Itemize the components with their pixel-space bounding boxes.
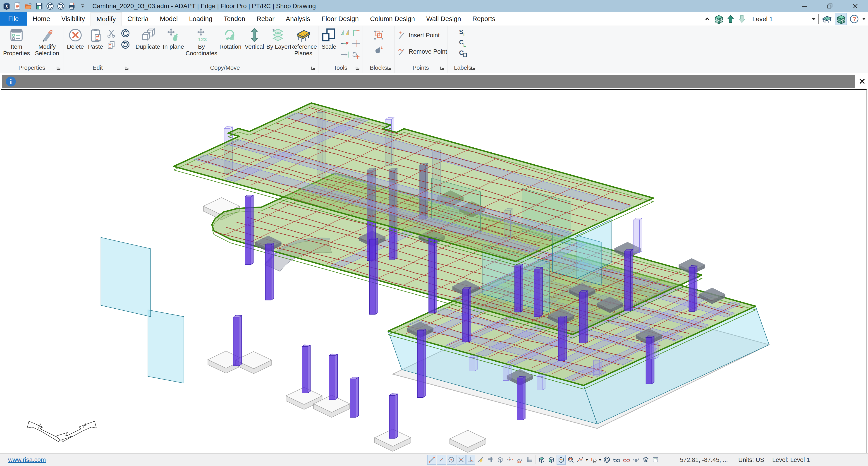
menu-criteria[interactable]: Criteria <box>122 12 154 26</box>
level-up-arrow-icon[interactable] <box>726 15 735 23</box>
cube-axes-view-icon[interactable] <box>557 455 566 465</box>
menu-model[interactable]: Model <box>154 12 183 26</box>
properties-dialog-launcher[interactable] <box>56 65 61 71</box>
copy-button[interactable] <box>106 40 117 50</box>
label-handle-button[interactable]: C <box>458 48 468 58</box>
insert-point-button[interactable]: Insert Point <box>398 31 440 40</box>
cut-button[interactable] <box>106 29 117 39</box>
menu-modify[interactable]: Modify <box>91 12 122 26</box>
box-3d-icon[interactable] <box>495 455 504 465</box>
model-3d-view[interactable] <box>1 90 866 453</box>
whole-building-view-icon[interactable] <box>835 13 847 25</box>
paste-button[interactable]: Paste <box>86 28 105 50</box>
building-levels-icon[interactable] <box>713 14 723 24</box>
tools-dialog-launcher[interactable] <box>355 65 360 71</box>
blocks-dialog-launcher[interactable] <box>386 65 392 71</box>
cube-front-view-icon[interactable] <box>547 455 556 465</box>
redo-button[interactable] <box>56 1 66 11</box>
view-undo-icon[interactable] <box>602 455 611 465</box>
button-label: Scale <box>321 43 336 50</box>
labels-dialog-launcher[interactable] <box>470 65 476 71</box>
minimize-button[interactable] <box>792 0 817 12</box>
modify-selection-button[interactable]: Modify Selection <box>32 28 62 57</box>
spline-view-icon[interactable] <box>515 455 524 465</box>
snap-perpendicular-icon[interactable] <box>466 455 475 465</box>
menu-loading[interactable]: Loading <box>183 12 218 26</box>
move-point-icon[interactable] <box>505 455 514 465</box>
menu-wall-design[interactable]: Wall Design <box>421 12 467 26</box>
collapse-ribbon-chevron-icon[interactable] <box>704 16 710 22</box>
delete-button[interactable]: Delete <box>65 28 85 50</box>
new-file-button[interactable] <box>13 1 22 11</box>
column <box>271 243 274 300</box>
vertical-button[interactable]: Vertical <box>244 28 265 50</box>
menu-file[interactable]: File <box>0 12 27 26</box>
by-layer-button[interactable]: By Layer <box>266 28 290 50</box>
menu-home[interactable]: Home <box>27 12 56 26</box>
risa-website-link[interactable]: www.risa.com <box>8 457 46 464</box>
select-tool-icon[interactable]: T <box>589 455 598 465</box>
zoom-window-icon[interactable] <box>566 455 575 465</box>
rotation-button[interactable]: Rotation <box>218 28 243 50</box>
info-bar-close-button[interactable] <box>857 76 867 87</box>
close-button[interactable] <box>843 0 868 12</box>
restore-button[interactable] <box>817 0 843 12</box>
render-teapot-icon[interactable] <box>631 455 641 465</box>
snap-line-icon[interactable] <box>427 455 436 465</box>
open-file-button[interactable] <box>24 1 33 11</box>
menu-rebar[interactable]: Rebar <box>251 12 280 26</box>
select-caret-icon[interactable]: ▾ <box>599 457 601 462</box>
view-glasses-red-icon[interactable] <box>622 455 631 465</box>
item-properties-button[interactable]: Item Properties <box>2 28 31 57</box>
trim-button[interactable] <box>340 38 350 49</box>
level-selector[interactable]: Level 1 <box>749 14 819 24</box>
block-button[interactable] <box>373 29 385 41</box>
cube-top-view-icon[interactable] <box>537 455 546 465</box>
snap-segment-icon[interactable] <box>437 455 446 465</box>
save-button[interactable] <box>34 1 44 11</box>
single-level-view-icon[interactable] <box>822 13 832 25</box>
remove-point-button[interactable]: Remove Point <box>398 47 447 56</box>
help-caret-icon[interactable] <box>862 17 866 21</box>
undo-small-button[interactable] <box>120 28 131 38</box>
menu-floor-design[interactable]: Floor Design <box>316 12 364 26</box>
scale-button[interactable]: Scale <box>319 28 339 50</box>
polyline-caret-icon[interactable]: ▾ <box>586 457 588 462</box>
snap-center-icon[interactable] <box>447 455 456 465</box>
menu-tendon[interactable]: Tendon <box>218 12 251 26</box>
fine-grid-icon[interactable] <box>525 455 534 465</box>
menu-analysis[interactable]: Analysis <box>280 12 316 26</box>
in-plane-button[interactable]: In-plane <box>162 28 185 50</box>
menu-column-design[interactable]: Column Design <box>364 12 421 26</box>
mirror-button[interactable] <box>340 28 350 38</box>
undo-button[interactable] <box>45 1 55 11</box>
duplicate-button[interactable]: Duplicate <box>134 28 161 50</box>
polyline-tool-icon[interactable] <box>576 455 585 465</box>
extend-cross-button[interactable] <box>351 38 361 49</box>
snap-nearest-icon[interactable] <box>476 455 485 465</box>
menu-reports[interactable]: Reports <box>467 12 501 26</box>
label-slab-button[interactable]: SL <box>458 27 468 37</box>
level-down-arrow-icon[interactable] <box>738 15 746 23</box>
extend-to-line-button[interactable] <box>340 49 350 60</box>
view-glasses-icon[interactable] <box>612 455 621 465</box>
quick-access-caret-icon[interactable] <box>78 1 87 11</box>
rotate-snap-button[interactable] <box>351 49 361 60</box>
menu-visibility[interactable]: Visibility <box>56 12 91 26</box>
edit-dialog-launcher[interactable] <box>124 65 129 71</box>
copy-move-dialog-launcher[interactable] <box>311 65 316 71</box>
reference-planes-button[interactable]: Reference Planes <box>290 28 316 57</box>
redo-small-button[interactable] <box>120 39 131 50</box>
print-button[interactable] <box>67 1 76 11</box>
explode-button[interactable] <box>373 45 384 55</box>
info-bar: i <box>2 75 855 88</box>
label-column-button[interactable]: CL <box>458 37 468 48</box>
help-icon[interactable]: ? <box>849 14 859 24</box>
snap-intersection-icon[interactable] <box>457 455 466 465</box>
corner-fillet-button[interactable] <box>351 28 361 38</box>
points-dialog-launcher[interactable] <box>439 65 445 71</box>
by-coordinates-button[interactable]: 123 By Coordinates <box>186 28 217 57</box>
properties-form-icon[interactable] <box>651 455 660 465</box>
grid-snap-icon[interactable] <box>486 455 495 465</box>
layers-icon[interactable] <box>641 455 650 465</box>
